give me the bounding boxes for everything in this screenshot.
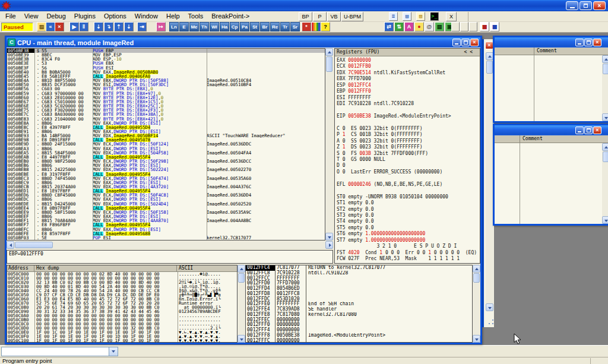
cpu-minimize-button[interactable] <box>452 39 461 46</box>
register-line[interactable]: EFL 00000246 (NO,NB,E,BE,NS,PE,GE,LE) <box>335 182 480 188</box>
hidden-window-resize-grip[interactable] <box>487 318 495 325</box>
toolbar-blank-button-1[interactable] <box>460 22 468 31</box>
dump-row[interactable]: 0050C1001F 00 1F 00 1F 00 1F 00 1F 00 1F… <box>7 338 237 343</box>
bp-button-bp[interactable]: BP <box>299 12 312 21</box>
menu-breakpoint[interactable]: BreakPoint-> <box>207 11 254 21</box>
cpu-window[interactable]: C CPU - main thread, module ImageRed × 0… <box>5 36 482 344</box>
dump-pane[interactable]: Address Hex dump ASCII 0050C00000 00 00 … <box>7 265 238 343</box>
pane-button-me[interactable]: Me <box>189 22 199 31</box>
breakpoint-icon[interactable]: ● <box>414 22 424 31</box>
comment-top-column-headers[interactable]: Comment <box>495 48 608 55</box>
register-line[interactable]: ST1 empty 0.0 <box>335 200 480 206</box>
bp-button-p[interactable]: P <box>313 12 327 21</box>
highlight-icon[interactable]: A <box>404 22 414 31</box>
cpu-maximize-button[interactable] <box>461 39 470 46</box>
pane-button-re[interactable]: Re <box>270 22 280 31</box>
comment-top-close-button[interactable]: × <box>593 39 601 46</box>
stack-scrollbar[interactable] <box>473 265 480 343</box>
disassembly-pane[interactable]: 0050BE38$55PUSH EBP0050BE39.8BECMOV EBP,… <box>7 48 325 240</box>
register-line[interactable]: EDI 7C910228 ntdll.7C910228 <box>335 101 480 107</box>
menu-window[interactable]: Window <box>131 11 162 21</box>
command-combobox[interactable] <box>1 347 118 356</box>
options-gear-icon[interactable]: * <box>302 22 311 31</box>
register-line[interactable]: ST5 empty 0.0 <box>335 225 480 231</box>
command-dropdown-button[interactable] <box>109 347 118 356</box>
registers-header[interactable]: Registers (FPU) < < <box>335 49 480 56</box>
register-line[interactable]: EAX 00000000 <box>335 58 480 64</box>
disasm-row[interactable]: 0050BE9D.8B0D 24F15000MOV ECX,DWORD PTR … <box>7 142 325 146</box>
comment-mid-scrollbar[interactable] <box>602 143 608 224</box>
register-line[interactable] <box>335 175 480 181</box>
pane-button-th[interactable]: Th <box>200 22 209 31</box>
register-line[interactable]: FST 4020 Cond 1 0 0 0 Err 0 0 1 0 0 0 0 … <box>335 250 480 256</box>
refresh-icon[interactable]: ⇄ <box>384 22 394 31</box>
open-file-icon[interactable]: ▨ <box>37 22 46 31</box>
disasm-row[interactable]: 0050BE8C.E8 4397F8FFCALL ImageRed.004955… <box>7 125 325 129</box>
register-line[interactable]: D 0 <box>335 163 480 169</box>
pane-button-sr[interactable]: Sr <box>290 22 300 31</box>
register-line[interactable]: P 1 CS 001B 32bit 0(FFFFFFFF) <box>335 132 480 138</box>
disasm-row[interactable]: 0050BE3E.53PUSH EBX <box>7 61 325 65</box>
comment-mid-content[interactable] <box>495 143 602 224</box>
dump-header-ascii[interactable]: ASCII <box>177 265 237 271</box>
disasm-row[interactable]: 0050BEE9.8B0D 58F15000MOV ECX,DWORD PTR … <box>7 210 325 214</box>
stack-pane[interactable]: 0012FFC47C817077RETURN to kernel32.7C817… <box>245 265 473 343</box>
registers-header-arrows[interactable]: < < <box>464 49 473 56</box>
register-line[interactable]: EBP 0012FFF0 <box>335 88 480 94</box>
register-line[interactable]: EDX 7C90E514 ntdll.KiFastSystemCallRet <box>335 70 480 76</box>
log-icon[interactable]: ▤ <box>403 12 411 21</box>
step-into-icon[interactable]: ⇣ <box>94 22 103 31</box>
register-line[interactable]: FCW 027F Prec NEAR,53 Mask 1 1 1 1 1 1 <box>335 256 480 262</box>
menu-help[interactable]: Help <box>162 11 184 21</box>
register-line[interactable]: ST0 empty -UNORM B938 01050104 00000000 <box>335 194 480 200</box>
register-line[interactable]: C 0 ES 0023 32bit 0(FFFFFFFF) <box>335 126 480 132</box>
pane-button-ln[interactable]: Ln <box>169 22 179 31</box>
cpu-close-button[interactable]: × <box>470 39 479 46</box>
register-line[interactable]: ST4 empty 0.0 <box>335 219 480 224</box>
menu-tools[interactable]: Tools <box>184 11 208 21</box>
appearance-icon[interactable] <box>311 22 321 31</box>
register-line[interactable]: A 0 SS 0023 32bit 0(FFFFFFFF) <box>335 138 480 144</box>
disasm-row[interactable]: 0050BEF7.E8 F896F8FFCALL ImageRed.004955… <box>7 223 325 227</box>
command-input[interactable] <box>2 348 108 355</box>
comment-column-header[interactable]: Comment <box>520 135 543 143</box>
window-comment-mid[interactable]: × Comment <box>493 124 608 226</box>
comment-top-minimize-button[interactable] <box>575 39 584 46</box>
disasm-row[interactable]: 0050BE3B.83C4 F0ADD ESP,-10 <box>7 57 325 61</box>
bp-button-ubpm[interactable]: U-BPM <box>341 12 363 21</box>
pane-button-pa[interactable]: Pa <box>240 22 249 31</box>
help-icon[interactable]: ? <box>321 22 330 31</box>
register-line[interactable]: S 0 FS 003B 32bit 7FFDF000(FFF) <box>335 151 480 157</box>
register-line[interactable]: EBX 7FFD7000 <box>335 76 480 82</box>
toolbar-blank-button-0[interactable] <box>451 22 460 31</box>
register-line[interactable]: Z 1 DS 0023 32bit 0(FFFFFFFF) <box>335 144 480 150</box>
disassembly-hscrollbar[interactable] <box>7 241 333 249</box>
comment-mid-column-headers[interactable]: Comment <box>495 135 608 143</box>
pane-button-ha[interactable]: Ha <box>220 22 229 31</box>
dump-scrollbar[interactable] <box>238 265 245 343</box>
goto-icon[interactable]: ↦ <box>156 22 166 31</box>
sort-icon[interactable]: ⇅ <box>394 22 404 31</box>
folder-icon[interactable]: ▨ <box>416 12 425 21</box>
pane-button-br[interactable]: Br <box>260 22 270 31</box>
toolbar-blank-button-2[interactable] <box>469 22 477 31</box>
bp-close-button[interactable]: X <box>446 12 457 21</box>
register-line[interactable]: T 0 GS 0000 NULL <box>335 157 480 163</box>
hidden-window-close-button[interactable]: × <box>485 42 493 49</box>
comment-top-content[interactable] <box>495 55 602 121</box>
disasm-row[interactable]: 0050BF03.5EPOP ESIkernel32.7C817077 <box>7 236 325 240</box>
disasm-row[interactable]: 0050BEC3.8B0D 74F45000MOV ECX,DWORD PTR … <box>7 176 325 181</box>
dump-header-address[interactable]: Address <box>7 265 34 271</box>
disasm-row[interactable]: 0050BEB0.8B0D 98F25000MOV ECX,DWORD PTR … <box>7 159 325 163</box>
registers-pane[interactable]: Registers (FPU) < < EAX 00000000ECX 0012… <box>334 48 480 264</box>
terminate-icon[interactable]: × <box>55 22 64 31</box>
register-line[interactable] <box>335 188 480 194</box>
comment-mid-maximize-button[interactable] <box>584 126 593 134</box>
trace-over-icon[interactable]: ⇣ <box>124 22 134 31</box>
register-line[interactable] <box>335 119 480 125</box>
menu-plugins[interactable]: Plugins <box>70 11 100 21</box>
names-table-icon[interactable]: ▦ <box>480 22 489 31</box>
window-comment-top-titlebar[interactable]: × <box>495 37 608 48</box>
keyboard-icon[interactable]: ▤ <box>435 22 444 31</box>
disasm-row[interactable]: 0050BED6.8B0D C8F45000MOV ECX,DWORD PTR … <box>7 193 325 197</box>
